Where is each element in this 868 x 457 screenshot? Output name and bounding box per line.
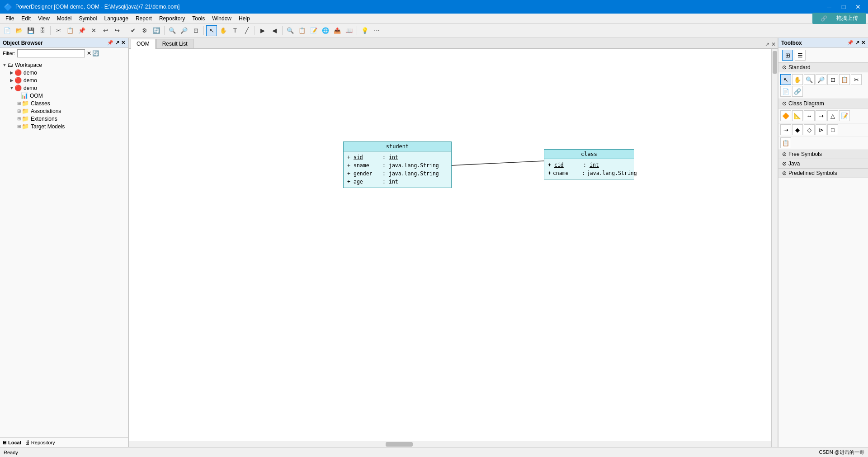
undo-button[interactable]: ↩ <box>100 25 111 36</box>
list-view-button[interactable]: ☰ <box>795 50 806 61</box>
minimize-button[interactable]: ─ <box>823 0 835 13</box>
ob-close-icon[interactable]: ✕ <box>121 40 125 46</box>
dep-tool[interactable]: ⇢ <box>816 110 826 121</box>
tree-demo-2[interactable]: ▶ 🔴 demo <box>0 76 128 84</box>
vertical-scrollbar[interactable] <box>771 49 778 447</box>
aggr-tool[interactable]: ◇ <box>804 124 815 135</box>
filter-clear-icon[interactable]: ✕ <box>87 50 91 57</box>
realization-tool[interactable]: ⇢ <box>780 124 791 135</box>
pointer-button[interactable]: ↖ <box>206 25 217 36</box>
expand-assoc-icon[interactable]: ⊞ <box>16 108 22 113</box>
expand-demo1-icon[interactable]: ▶ <box>9 70 14 75</box>
horizontal-scrollbar[interactable] <box>129 441 771 447</box>
forward-button[interactable]: ▶ <box>257 25 268 36</box>
expand-demo3-icon[interactable]: ▼ <box>9 85 14 90</box>
upload-button[interactable]: 🔗 拖拽上传 <box>812 13 866 24</box>
expand-classes-icon[interactable]: ⊞ <box>16 101 22 106</box>
glossary-button[interactable]: 📖 <box>344 25 354 36</box>
menu-tools[interactable]: Tools <box>189 14 208 23</box>
menu-view[interactable]: View <box>34 14 53 23</box>
maximize-button[interactable]: □ <box>837 0 850 13</box>
freesymbols-section-header[interactable]: ⊘ Free Symbols <box>778 150 868 159</box>
open-button[interactable]: 📂 <box>14 25 24 36</box>
note-tool[interactable]: 📝 <box>839 110 850 121</box>
tab-close-icon[interactable]: ✕ <box>771 41 776 47</box>
java-section-header[interactable]: ⊘ Java <box>778 159 868 169</box>
menu-language[interactable]: Language <box>101 14 132 23</box>
class-class[interactable]: class + cid : int + cname : java.lang.St… <box>544 149 634 179</box>
menu-repository[interactable]: Repository <box>156 14 189 23</box>
line-button[interactable]: ╱ <box>241 25 252 36</box>
menu-edit[interactable]: Edit <box>18 14 34 23</box>
tb-pin-icon[interactable]: 📌 <box>847 40 854 46</box>
zoom-fit-button[interactable]: ⊡ <box>190 25 201 36</box>
expand-target-icon[interactable]: ⊞ <box>16 124 22 129</box>
menu-file[interactable]: File <box>2 14 18 23</box>
tab-float-icon[interactable]: ↗ <box>765 41 769 47</box>
prop-tool[interactable]: 📋 <box>839 74 850 85</box>
menu-symbol[interactable]: Symbol <box>75 14 101 23</box>
save-all-button[interactable]: 🗄 <box>37 25 48 36</box>
assoc-tool[interactable]: ↔ <box>804 110 815 121</box>
class-tool[interactable]: 🔶 <box>780 110 791 121</box>
redo-button[interactable]: ↪ <box>112 25 123 36</box>
tree-target-models[interactable]: ⊞ 📁 Target Models <box>0 122 128 130</box>
generate-button[interactable]: ⚙ <box>139 25 150 36</box>
tree-classes[interactable]: ⊞ 📁 Classes <box>0 99 128 107</box>
tree-demo-1[interactable]: ▶ 🔴 demo <box>0 69 128 76</box>
new-button[interactable]: 📄 <box>2 25 13 36</box>
cut-button[interactable]: ✂ <box>53 25 64 36</box>
delete-button[interactable]: ✕ <box>88 25 99 36</box>
find-button[interactable]: 🔍 <box>285 25 296 36</box>
repository-tab[interactable]: 🗄 Repository <box>25 440 55 445</box>
output-button[interactable]: 📤 <box>332 25 343 36</box>
ob-float-icon[interactable]: ↗ <box>115 40 119 46</box>
interface-tool[interactable]: 📐 <box>792 110 803 121</box>
reverse-button[interactable]: 🔄 <box>151 25 162 36</box>
text-button[interactable]: T <box>230 25 241 36</box>
zoom-in-tool[interactable]: 🔍 <box>804 74 815 85</box>
inherit-tool[interactable]: △ <box>827 110 838 121</box>
zoom-out-button[interactable]: 🔎 <box>179 25 189 36</box>
standard-section-header[interactable]: ⊙ Standard <box>778 63 868 72</box>
browser-button[interactable]: 🌐 <box>320 25 331 36</box>
tb-float-icon[interactable]: ↗ <box>855 40 859 46</box>
cut-tool[interactable]: ✂ <box>851 74 862 85</box>
filter-input[interactable] <box>17 49 85 57</box>
expand-workspace-icon[interactable]: ▼ <box>2 62 7 67</box>
paste-button[interactable]: 📌 <box>76 25 87 36</box>
filter-refresh-icon[interactable]: 🔄 <box>92 50 99 57</box>
tree-workspace[interactable]: ▼ 🗂 Workspace <box>0 61 128 69</box>
link-tool[interactable]: 🔗 <box>792 86 803 97</box>
vscroll-thumb[interactable] <box>773 51 777 74</box>
pointer-tool[interactable]: ↖ <box>780 74 791 85</box>
tb-close-icon[interactable]: ✕ <box>861 40 865 46</box>
properties-button[interactable]: 📋 <box>297 25 307 36</box>
list-button[interactable]: 📝 <box>308 25 319 36</box>
zoom-in-button[interactable]: 🔍 <box>167 25 178 36</box>
impact-button[interactable]: 💡 <box>359 25 370 36</box>
tree-associations[interactable]: ⊞ 📁 Associations <box>0 107 128 115</box>
back-button[interactable]: ◀ <box>269 25 280 36</box>
hand-tool[interactable]: ✋ <box>792 74 803 85</box>
zoom-fit-tool[interactable]: ⊡ <box>827 74 838 85</box>
expand-demo2-icon[interactable]: ▶ <box>9 78 14 83</box>
hand-button[interactable]: ✋ <box>218 25 229 36</box>
tab-oom[interactable]: OOM <box>131 39 156 49</box>
compose-tool[interactable]: ◆ <box>792 124 803 135</box>
tree-extensions[interactable]: ⊞ 📁 Extensions <box>0 115 128 122</box>
tree-demo-3[interactable]: ▼ 🔴 demo <box>0 84 128 92</box>
close-button[interactable]: ✕ <box>852 0 864 13</box>
zoom-out-tool[interactable]: 🔎 <box>816 74 826 85</box>
copy-tool[interactable]: 📄 <box>780 86 791 97</box>
classdiagram-section-header[interactable]: ⊙ Class Diagram <box>778 99 868 108</box>
menu-model[interactable]: Model <box>53 14 75 23</box>
local-tab[interactable]: 🖥 Local <box>2 440 21 445</box>
expand-ext-icon[interactable]: ⊞ <box>16 116 22 121</box>
menu-help[interactable]: Help <box>235 14 254 23</box>
use-tool[interactable]: ⊳ <box>816 124 826 135</box>
menu-window[interactable]: Window <box>208 14 235 23</box>
blank-tool[interactable]: □ <box>827 124 838 135</box>
grid-view-button[interactable]: ⊞ <box>782 50 793 61</box>
diagram-canvas[interactable]: student + sid : int + sname : java.lang.… <box>129 49 778 447</box>
